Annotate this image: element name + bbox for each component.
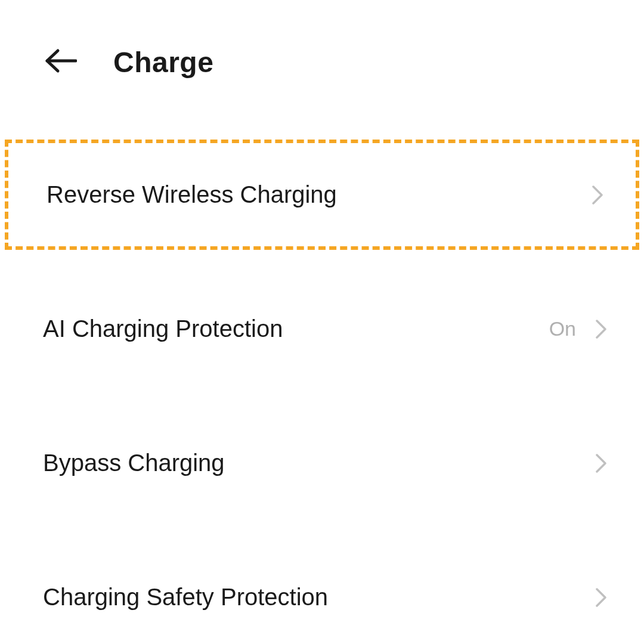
spacer bbox=[0, 384, 644, 408]
settings-item-right bbox=[589, 182, 606, 208]
settings-item-ai-charging-protection[interactable]: AI Charging Protection On bbox=[0, 274, 644, 384]
header: Charge bbox=[0, 0, 644, 98]
settings-item-bypass-charging[interactable]: Bypass Charging bbox=[0, 408, 644, 518]
chevron-right-icon bbox=[593, 316, 609, 342]
chevron-right-icon bbox=[593, 584, 609, 611]
settings-item-label: Reverse Wireless Charging bbox=[47, 181, 337, 208]
spacer bbox=[0, 250, 644, 274]
settings-item-right: On bbox=[549, 316, 609, 342]
spacer bbox=[0, 518, 644, 542]
settings-item-right bbox=[593, 584, 609, 611]
settings-item-value: On bbox=[549, 317, 576, 340]
chevron-right-icon bbox=[589, 182, 606, 208]
settings-item-label: Charging Safety Protection bbox=[43, 584, 328, 611]
settings-item-reverse-wireless-charging[interactable]: Reverse Wireless Charging bbox=[5, 140, 639, 250]
settings-item-label: Bypass Charging bbox=[43, 450, 225, 476]
back-button[interactable] bbox=[43, 44, 79, 80]
settings-item-right bbox=[593, 450, 609, 476]
settings-item-charging-safety-protection[interactable]: Charging Safety Protection bbox=[0, 542, 644, 644]
page-title: Charge bbox=[113, 46, 213, 79]
chevron-right-icon bbox=[593, 450, 609, 476]
settings-list: Reverse Wireless Charging AI Charging Pr… bbox=[0, 98, 644, 644]
arrow-left-icon bbox=[45, 48, 77, 76]
settings-item-label: AI Charging Protection bbox=[43, 315, 283, 342]
